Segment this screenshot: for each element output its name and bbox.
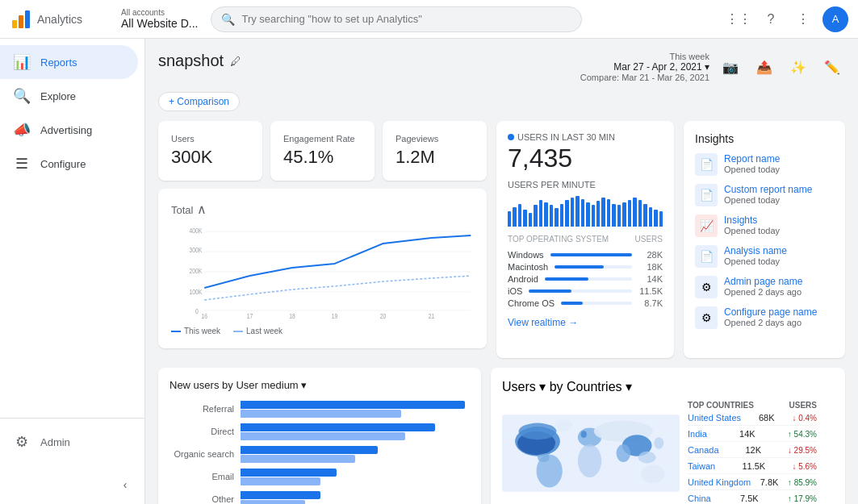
ct-country[interactable]: United States: [688, 413, 741, 423]
insight-text: Report name: [724, 153, 780, 165]
rt-os-header: TOP OPERATING SYSTEM USERS: [508, 235, 663, 244]
bc-bar-this: [241, 423, 435, 431]
help-button[interactable]: ?: [758, 6, 784, 32]
svg-rect-0: [12, 20, 17, 28]
logo: Analytics: [10, 8, 115, 31]
rt-bar: [659, 211, 663, 227]
more-button[interactable]: ⋮: [790, 6, 816, 32]
legend-this-week: This week: [184, 327, 220, 335]
bc-bar-wrap: [241, 446, 470, 462]
insight-item[interactable]: ⚙ Configure page name Opened 2 days ago: [695, 306, 834, 329]
map-title: Users ▾ by Countries ▾: [502, 379, 632, 394]
apps-button[interactable]: ⋮⋮: [726, 6, 751, 32]
app-name: Analytics: [37, 13, 82, 26]
metric-engagement-value: 45.1%: [283, 147, 362, 168]
comparison-button[interactable]: + Comparison: [158, 92, 240, 111]
rt-bar: [628, 200, 631, 227]
ct-change: ↑ 17.9%: [788, 494, 817, 503]
rt-bar: [571, 198, 574, 227]
insight-item[interactable]: 📄 Custom report name Opened today: [695, 184, 834, 206]
rt-os-val: 8.7K: [638, 298, 663, 308]
ct-country[interactable]: United Kingdom: [688, 477, 751, 487]
insight-item[interactable]: ⚙ Admin page name Opened 2 days ago: [695, 276, 834, 298]
rt-bar: [565, 200, 568, 227]
rt-bar: [560, 204, 563, 227]
svg-rect-1: [19, 15, 23, 28]
chart-collapse-button[interactable]: ∧: [197, 202, 207, 217]
line-chart: 400K 300K 200K 100K 0: [171, 223, 474, 320]
ct-val: 7.5K: [740, 494, 759, 503]
insights-button[interactable]: ✨: [785, 54, 811, 80]
map-dimension[interactable]: Countries ▾: [567, 380, 632, 394]
analytics-logo-icon: [10, 8, 32, 31]
screenshot-button[interactable]: 📷: [718, 54, 743, 80]
sidebar-item-admin[interactable]: ⚙ Admin: [0, 425, 138, 459]
rt-bar: [513, 207, 516, 227]
ct-country[interactable]: India: [688, 429, 707, 439]
bar-chart-dimension[interactable]: User medium ▾: [236, 379, 307, 391]
topbar-actions: ⋮⋮ ? ⋮ A: [726, 6, 848, 32]
ct-country[interactable]: China: [688, 494, 711, 503]
ct-val: 7.8K: [760, 477, 779, 487]
rt-bar: [508, 211, 511, 227]
search-bar[interactable]: 🔍: [211, 6, 582, 32]
sidebar-item-label-explore: Explore: [40, 90, 76, 102]
legend-last-week: Last week: [246, 327, 283, 335]
sidebar-collapse-button[interactable]: ‹: [112, 472, 138, 498]
insight-sub: Opened 2 days ago: [724, 318, 817, 327]
sidebar-item-advertising[interactable]: 📣 Advertising: [0, 113, 138, 147]
sidebar-item-configure[interactable]: ☰ Configure: [0, 147, 138, 181]
search-input[interactable]: [241, 13, 571, 25]
share-button[interactable]: 📤: [751, 54, 777, 80]
bc-row: Direct: [170, 423, 470, 439]
compare-label: Compare: Mar 21 - Mar 26, 2021: [580, 73, 709, 82]
map-visual-col: 0-30M 31-60M 61-90M: [502, 401, 680, 504]
sidebar-item-explore[interactable]: 🔍 Explore: [0, 79, 138, 113]
realtime-dot: [508, 134, 514, 140]
insights-list: 📄 Report name Opened today 📄 Custom repo…: [695, 153, 834, 329]
bc-bar-prev: [241, 432, 405, 440]
sidebar-item-label-configure: Configure: [40, 158, 86, 170]
realtime-sublabel: USERS PER MINUTE: [508, 180, 663, 190]
metric-pageviews: Pageviews 1.2M: [383, 121, 487, 181]
insight-sub: Opened today: [724, 195, 812, 205]
edit-button[interactable]: ✏️: [819, 54, 845, 80]
rt-bar: [555, 208, 558, 227]
main-content: snapshot 🖊 This week Mar 27 - Apr 2, 202…: [145, 39, 858, 504]
bc-bar-prev: [241, 455, 355, 463]
sidebar-item-reports[interactable]: 📊 Reports: [0, 45, 138, 79]
insight-item[interactable]: 📄 Report name Opened today: [695, 153, 834, 176]
rt-bar: [612, 204, 615, 227]
insight-item[interactable]: 📄 Analysis name Opened today: [695, 245, 834, 268]
sidebar-item-label-reports: Reports: [40, 56, 77, 69]
avatar[interactable]: A: [822, 6, 848, 32]
insight-sub: Opened 2 days ago: [724, 287, 802, 297]
rt-os-val: 28K: [638, 250, 663, 260]
bc-bar-prev: [241, 500, 305, 504]
rt-bar: [654, 210, 657, 227]
rt-bar: [633, 198, 636, 227]
rt-bar: [523, 210, 526, 227]
bottom-section: New users by User medium ▾ Referral Dire…: [158, 368, 845, 504]
date-range[interactable]: Mar 27 - Apr 2, 2021 ▾: [580, 61, 709, 73]
rt-os-bar-wrap: [529, 289, 632, 293]
insight-sub: Opened today: [724, 226, 780, 235]
ct-country[interactable]: Canada: [688, 445, 719, 455]
metric-users-label: Users: [171, 134, 249, 144]
ct-val: 12K: [745, 445, 761, 455]
rt-bar: [534, 205, 537, 227]
realtime-card: USERS IN LAST 30 MIN 7,435 USERS PER MIN…: [496, 121, 674, 358]
rt-os-bar: [555, 265, 604, 269]
bc-label: Organic search: [170, 449, 234, 459]
ct-val: 11.5K: [742, 461, 765, 471]
insight-text: Configure page name: [724, 306, 817, 318]
ct-country[interactable]: Taiwan: [688, 461, 715, 471]
rt-bar: [601, 198, 605, 227]
insight-text: Custom report name: [724, 184, 812, 195]
rt-os-name: Windows: [508, 250, 544, 260]
svg-text:17: 17: [247, 312, 253, 320]
insight-item[interactable]: 📈 Insights Opened today: [695, 215, 834, 237]
view-realtime-link[interactable]: View realtime →: [508, 317, 578, 328]
metric-users: Users 300K: [158, 121, 262, 181]
rt-bar: [638, 200, 642, 227]
